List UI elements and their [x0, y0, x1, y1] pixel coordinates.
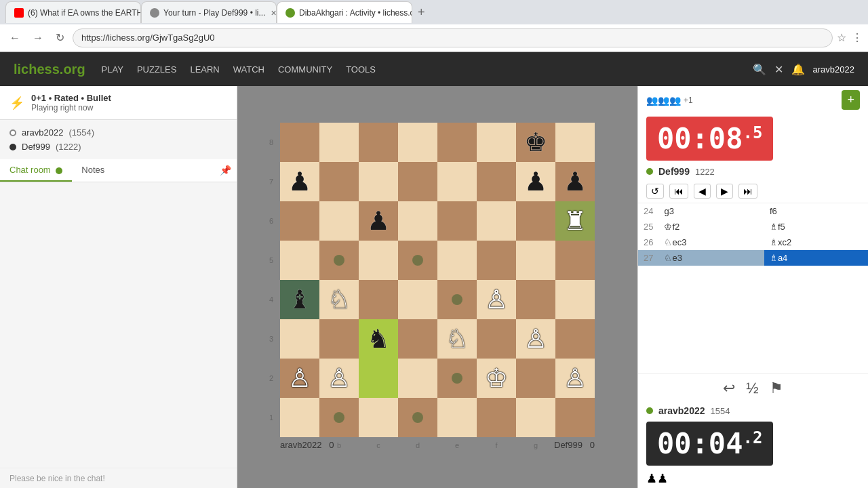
sq-h1[interactable]	[555, 398, 595, 437]
tab-3[interactable]: DibaAkhgari : Activity • lichess.o... ×	[277, 1, 412, 23]
sq-g2[interactable]	[516, 359, 555, 398]
sq-h7[interactable]: ♟	[555, 162, 595, 201]
sq-d4[interactable]	[398, 280, 437, 319]
tab-1[interactable]: (6) What if EA owns the EARTH ... ×	[5, 1, 141, 23]
close-icon[interactable]: ✕	[774, 63, 783, 76]
sq-c8[interactable]	[359, 123, 398, 162]
sq-f2[interactable]: ♔	[477, 359, 516, 398]
sq-c7[interactable]	[359, 162, 398, 201]
sq-d5[interactable]	[398, 241, 437, 280]
sq-d3[interactable]	[398, 319, 437, 359]
sq-e1[interactable]	[437, 398, 477, 437]
extensions-button[interactable]: ⋮	[852, 31, 863, 44]
sq-c4[interactable]	[359, 280, 398, 319]
back-button[interactable]: ←	[5, 29, 24, 47]
search-icon[interactable]: 🔍	[753, 63, 766, 76]
username-display[interactable]: aravb2022	[813, 64, 854, 75]
sq-g4[interactable]	[516, 280, 555, 319]
sq-a7[interactable]: ♟	[280, 162, 319, 201]
sq-d2[interactable]	[398, 359, 437, 398]
sq-e4[interactable]	[437, 280, 477, 319]
sq-c3[interactable]: ♞	[359, 319, 398, 359]
sq-b1[interactable]	[319, 398, 359, 437]
sq-g8[interactable]: ♚	[516, 123, 555, 162]
sq-f6[interactable]	[477, 201, 516, 241]
nav-play[interactable]: PLAY	[102, 64, 123, 75]
sq-b2[interactable]: ♙	[319, 359, 359, 398]
sq-h8[interactable]	[555, 123, 595, 162]
sq-f3[interactable]	[477, 319, 516, 359]
sq-b8[interactable]	[319, 123, 359, 162]
move-26-white[interactable]: ♘ec3	[658, 235, 764, 250]
sq-f1[interactable]	[477, 398, 516, 437]
resign-button[interactable]: ↩	[723, 380, 735, 397]
sq-c6[interactable]: ♟	[359, 201, 398, 241]
sq-g7[interactable]: ♟	[516, 162, 555, 201]
sq-f7[interactable]	[477, 162, 516, 201]
sq-d1[interactable]	[398, 398, 437, 437]
draw-button[interactable]: ½	[746, 380, 758, 397]
move-24-black[interactable]: f6	[764, 203, 868, 219]
sq-h2[interactable]: ♙	[555, 359, 595, 398]
sq-g6[interactable]	[516, 201, 555, 241]
sq-g3[interactable]: ♙	[516, 319, 555, 359]
sq-c2[interactable]	[359, 359, 398, 398]
sq-a8[interactable]	[280, 123, 319, 162]
sq-e3[interactable]: ♘	[437, 319, 477, 359]
sq-b5[interactable]	[319, 241, 359, 280]
bookmark-button[interactable]: ☆	[837, 31, 846, 44]
tab-chat-room[interactable]: Chat room	[0, 159, 72, 182]
sq-b6[interactable]	[319, 201, 359, 241]
move-27-white[interactable]: ♘e3	[658, 250, 764, 266]
move-25-black[interactable]: ♗f5	[764, 219, 868, 235]
sq-e5[interactable]	[437, 241, 477, 280]
forward-button[interactable]: →	[28, 29, 47, 47]
add-button[interactable]: +	[842, 90, 860, 110]
move-26-black[interactable]: ♗xc2	[764, 235, 868, 250]
sq-b4[interactable]: ♘	[319, 280, 359, 319]
flip-board-button[interactable]: ↺	[646, 184, 664, 199]
move-27-black[interactable]: ♗a4	[764, 250, 868, 266]
last-move-button[interactable]: ⏭	[738, 184, 757, 199]
nav-watch[interactable]: WATCH	[233, 64, 264, 75]
bell-icon[interactable]: 🔔	[791, 63, 805, 76]
sq-g1[interactable]	[516, 398, 555, 437]
sq-e8[interactable]	[437, 123, 477, 162]
sq-c1[interactable]	[359, 398, 398, 437]
sq-h5[interactable]	[555, 241, 595, 280]
sq-a5[interactable]	[280, 241, 319, 280]
first-move-button[interactable]: ⏮	[669, 184, 688, 199]
sq-d7[interactable]	[398, 162, 437, 201]
sq-a3[interactable]	[280, 319, 319, 359]
nav-community[interactable]: COMMUNITY	[278, 64, 332, 75]
sq-a1[interactable]	[280, 398, 319, 437]
sq-c5[interactable]	[359, 241, 398, 280]
sq-f4[interactable]: ♙	[477, 280, 516, 319]
nav-puzzles[interactable]: PUZZLES	[137, 64, 177, 75]
tab-2-close[interactable]: ×	[271, 7, 277, 18]
sq-d8[interactable]	[398, 123, 437, 162]
sq-a6[interactable]	[280, 201, 319, 241]
sq-g5[interactable]	[516, 241, 555, 280]
flag-button[interactable]: ⚑	[770, 380, 783, 397]
move-25-white[interactable]: ♔f2	[658, 219, 764, 235]
sq-b3[interactable]	[319, 319, 359, 359]
refresh-button[interactable]: ↻	[52, 28, 68, 47]
sq-h3[interactable]	[555, 319, 595, 359]
sq-e6[interactable]	[437, 201, 477, 241]
sq-a4[interactable]: ♝	[280, 280, 319, 319]
next-move-button[interactable]: ▶	[716, 184, 733, 199]
notes-pin-icon[interactable]: 📌	[214, 159, 237, 182]
chess-board[interactable]: ♚ ♟ ♟ ♟ ♟ ♜	[280, 123, 595, 437]
sq-h6[interactable]: ♜	[555, 201, 595, 241]
nav-learn[interactable]: LEARN	[190, 64, 219, 75]
sq-f5[interactable]	[477, 241, 516, 280]
prev-move-button[interactable]: ◀	[694, 184, 711, 199]
move-24-white[interactable]: g3	[658, 203, 764, 219]
sq-b7[interactable]	[319, 162, 359, 201]
sq-e7[interactable]	[437, 162, 477, 201]
sq-f8[interactable]	[477, 123, 516, 162]
nav-tools[interactable]: TOOLS	[346, 64, 376, 75]
tab-2[interactable]: Your turn - Play Def999 • li... ×	[141, 1, 277, 23]
sq-d6[interactable]	[398, 201, 437, 241]
